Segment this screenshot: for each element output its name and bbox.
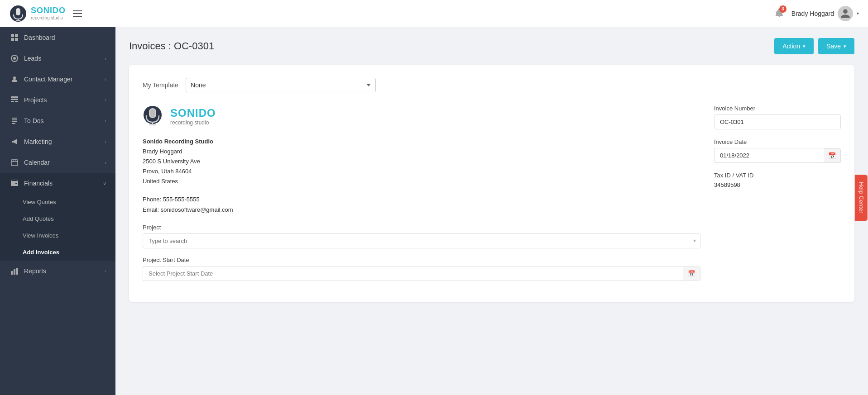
sidebar-sub-view-quotes[interactable]: View Quotes [0,194,115,210]
country: United States [143,176,700,186]
person-icon [10,75,19,83]
project-start-input[interactable] [143,266,683,281]
action-button[interactable]: Action ▾ [774,38,814,54]
invoice-card: My Template None [129,65,854,302]
sidebar-item-dashboard[interactable]: Dashboard [0,27,115,48]
sidebar-item-leads-inner: Leads [10,54,41,62]
notification-badge: 3 [779,5,786,13]
header-left: SONIDO recording studio [9,5,82,23]
brand-sub: recording studio [31,15,66,20]
email: Email: sonidosoftware@gmail.com [143,205,700,215]
sidebar-item-contact-manager[interactable]: Contact Manager › [0,69,115,90]
header: SONIDO recording studio 3 Brady Hoggard … [0,0,868,27]
contact-name: Brady Hoggard [143,147,700,157]
invoice-number-label: Invoice Number [714,105,841,112]
project-field-group: Project ▾ [143,224,700,248]
sidebar-sub-view-invoices[interactable]: View Invoices [0,227,115,244]
svg-point-9 [13,57,16,60]
sidebar-label-calendar: Calendar [24,159,50,166]
sidebar-sub-add-invoices[interactable]: Add Invoices [0,244,115,261]
sidebar-label-dashboard: Dashboard [24,34,55,41]
svg-rect-24 [15,183,17,184]
svg-rect-6 [11,38,14,41]
invoice-date-calendar-button[interactable]: 📅 [824,148,841,163]
template-label: My Template [143,81,178,89]
project-start-calendar-button[interactable]: 📅 [683,267,700,281]
invoice-mic-icon [143,105,163,128]
header-right: 3 Brady Hoggard ▾ [774,6,859,21]
invoice-body: SONIDO recording studio Sonido Recording… [143,105,841,289]
bar-chart-icon [10,267,19,275]
tax-id-value: 34589598 [714,181,841,188]
user-menu-chevron: ▾ [857,11,859,16]
sidebar-label-projects: Projects [24,96,47,104]
invoice-number-input[interactable] [714,114,841,129]
sidebar-item-todos-inner: To Dos [10,117,44,125]
template-select[interactable]: None [186,78,376,92]
svg-rect-17 [12,121,17,122]
invoice-logo-text: SONIDO recording studio [143,105,700,128]
hamburger-line-3 [73,16,82,17]
invoice-brand-sub: recording studio [170,119,216,126]
sidebar-chevron-reports: › [105,268,106,274]
brand-name: SONIDO [31,6,66,15]
sidebar-sub-add-quotes[interactable]: Add Quotes [0,210,115,227]
tax-id-label: Tax ID / VAT ID [714,172,841,179]
sidebar-item-marketing[interactable]: Marketing › [0,131,115,152]
sidebar-chevron-marketing: › [105,139,106,144]
project-search-input[interactable] [143,233,700,248]
svg-point-10 [13,76,16,79]
svg-rect-26 [14,269,15,275]
sidebar-item-leads[interactable]: Leads › [0,48,115,69]
project-start-label: Project Start Date [143,257,700,263]
sidebar-item-reports[interactable]: Reports › [0,261,115,281]
sidebar-item-projects[interactable]: Projects › [0,90,115,110]
hamburger-button[interactable] [73,10,82,17]
sidebar-label-leads: Leads [24,55,41,62]
svg-rect-7 [15,38,18,41]
invoice-date-input[interactable] [714,148,824,163]
sidebar-item-reports-inner: Reports [10,267,46,275]
notification-button[interactable]: 3 [774,8,784,19]
circle-icon [10,54,19,62]
sidebar-sub-view-invoices-label: View Invoices [23,232,58,239]
sidebar-chevron-calendar: › [105,160,106,165]
svg-rect-1 [16,8,20,15]
sidebar-label-reports: Reports [24,267,46,275]
user-menu[interactable]: Brady Hoggard ▾ [791,6,859,21]
project-start-field-group: Project Start Date 📅 [143,257,700,281]
user-name: Brady Hoggard [791,10,834,17]
save-button[interactable]: Save ▾ [818,38,854,54]
svg-rect-27 [16,268,18,275]
invoice-left: SONIDO recording studio Sonido Recording… [143,105,700,289]
action-button-chevron: ▾ [803,43,806,49]
sidebar-chevron-projects: › [105,97,106,103]
sidebar-item-financials[interactable]: Financials ∨ [0,173,115,194]
sidebar-item-financials-inner: Financials [10,179,53,187]
sidebar-label-marketing: Marketing [24,138,52,145]
sidebar-label-financials: Financials [24,180,53,187]
sidebar-label-todos: To Dos [24,117,44,124]
hamburger-line-1 [73,10,82,11]
svg-rect-4 [11,34,14,37]
svg-rect-18 [12,123,15,124]
wallet-icon [10,179,19,187]
svg-rect-25 [11,271,13,275]
sidebar-item-calendar-inner: Calendar [10,158,50,167]
phone: Phone: 555-555-5555 [143,195,700,205]
sidebar-label-contact-manager: Contact Manager [24,76,72,83]
sidebar-chevron-leads: › [105,56,106,61]
svg-rect-30 [150,109,155,117]
sidebar-item-todos[interactable]: To Dos › [0,110,115,131]
hamburger-line-2 [73,13,82,14]
invoice-right: Invoice Number Invoice Date 📅 [714,105,841,289]
megaphone-icon [10,138,19,146]
address-line2: Provo, Utah 84604 [143,167,700,176]
invoice-logo: SONIDO recording studio [143,105,700,128]
avatar-icon [840,8,851,19]
sidebar-item-calendar[interactable]: Calendar › [0,152,115,173]
svg-rect-12 [11,99,18,100]
help-center-tab[interactable]: Help Center [855,175,868,221]
invoice-number-field: Invoice Number [714,105,841,129]
sidebar-sub-add-invoices-label: Add Invoices [23,249,59,256]
